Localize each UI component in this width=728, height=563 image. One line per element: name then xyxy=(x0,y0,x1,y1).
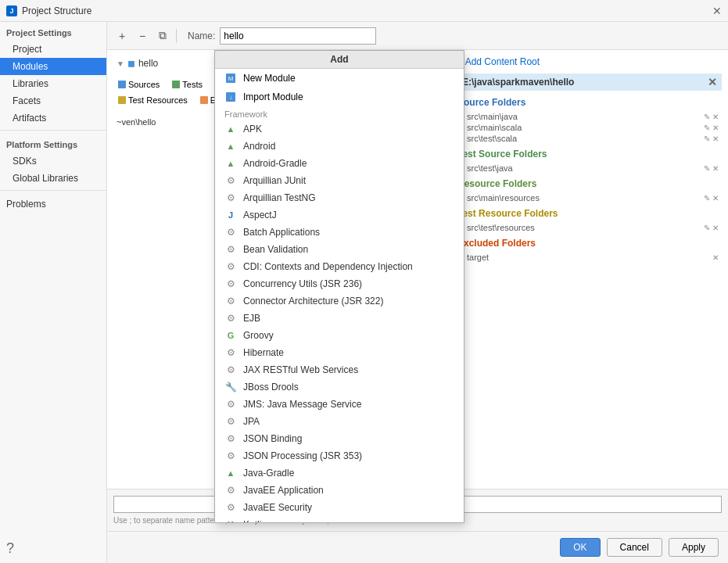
tab-sources[interactable]: Sources xyxy=(113,78,164,91)
dialog-buttons: OK Cancel Apply xyxy=(107,531,728,563)
aspectj-icon: J xyxy=(224,209,237,221)
dropdown-item-jms[interactable]: ⚙ JMS: Java Message Service xyxy=(215,396,464,413)
copy-button[interactable]: ⧉ xyxy=(154,27,171,45)
sidebar-item-global-libraries[interactable]: Global Libraries xyxy=(0,170,106,187)
name-input[interactable] xyxy=(220,27,376,45)
dropdown-item-kotlin[interactable]: K Kotlin xyxy=(215,516,464,522)
window-title: Project Structure xyxy=(22,5,91,16)
add-button[interactable]: + xyxy=(113,27,131,45)
remove-folder-btn[interactable]: ✕ xyxy=(712,113,719,121)
remove-folder-btn[interactable]: ✕ xyxy=(712,224,719,232)
dropdown-item-ejb[interactable]: ⚙ EJB xyxy=(215,310,464,327)
dropdown-item-jax[interactable]: ⚙ JAX RESTful Web Services xyxy=(215,361,464,378)
sidebar-item-sdks[interactable]: SDKs xyxy=(0,152,106,170)
apply-button[interactable]: Apply xyxy=(669,538,719,557)
dropdown-item-android[interactable]: ▲ Android xyxy=(215,138,464,155)
sidebar-item-problems[interactable]: Problems xyxy=(0,194,106,214)
dropdown-item-json-binding[interactable]: ⚙ JSON Binding xyxy=(215,430,464,447)
remove-folder-btn[interactable]: ✕ xyxy=(712,194,719,203)
dropdown-item-bean-validation[interactable]: ⚙ Bean Validation xyxy=(215,241,464,258)
content-root-path: E:\java\sparkmaven\hello ✕ xyxy=(457,74,722,91)
content-area: + − ⧉ Name: ▼ ◼ hello xyxy=(107,22,728,563)
dropdown-item-javaee-app[interactable]: ⚙ JavaEE Application xyxy=(215,482,464,499)
android-gradle-icon: ▲ xyxy=(224,157,237,170)
dropdown-item-aspectj[interactable]: J AspectJ xyxy=(215,206,464,224)
sources-icon xyxy=(118,81,126,88)
dropdown-item-hibernate[interactable]: ⚙ Hibernate xyxy=(215,344,464,361)
test-resource-folders-title: Test Resource Folders xyxy=(457,208,722,219)
add-dropdown: Add M New Module ↓ Import Module Framewo… xyxy=(214,50,464,523)
dropdown-item-groovy[interactable]: G Groovy xyxy=(215,327,464,344)
module-path: ~ven\hello xyxy=(117,117,156,127)
dropdown-item-apk[interactable]: ▲ APK xyxy=(215,120,464,138)
arquillian-junit-icon: ⚙ xyxy=(224,174,237,187)
tab-tests[interactable]: Tests xyxy=(167,78,207,91)
remove-folder-btn[interactable]: ✕ xyxy=(712,124,719,132)
dropdown-item-android-gradle[interactable]: ▲ Android-Gradle xyxy=(215,155,464,172)
ok-button[interactable]: OK xyxy=(560,538,600,557)
help-icon[interactable]: ? xyxy=(0,534,106,563)
sidebar-divider xyxy=(0,130,106,131)
project-settings-label: Project Settings xyxy=(0,22,106,41)
connector-icon: ⚙ xyxy=(224,295,237,307)
dropdown-item-jboss[interactable]: 🔧 JBoss Drools xyxy=(215,378,464,396)
resource-folders-title: Resource Folders xyxy=(457,178,722,189)
module-icon: ◼ xyxy=(127,58,135,69)
jms-icon: ⚙ xyxy=(224,398,237,411)
folder-actions: ✎ ✕ xyxy=(704,194,719,203)
remove-root-button[interactable]: ✕ xyxy=(708,76,717,88)
edit-folder-btn[interactable]: ✎ xyxy=(704,164,710,173)
edit-folder-btn[interactable]: ✎ xyxy=(704,224,710,232)
sidebar-divider-2 xyxy=(0,190,106,191)
tests-icon xyxy=(172,81,180,88)
tab-test-resources[interactable]: Test Resources xyxy=(113,94,192,106)
jpa-icon: ⚙ xyxy=(224,415,237,428)
remove-button[interactable]: − xyxy=(134,27,151,45)
jboss-icon: 🔧 xyxy=(224,381,237,393)
detail-panel: + Add Content Root E:\java\sparkmaven\he… xyxy=(451,50,728,489)
tree-arrow: ▼ xyxy=(117,59,124,68)
remove-folder-btn[interactable]: ✕ xyxy=(712,164,719,173)
dropdown-item-jpa[interactable]: ⚙ JPA xyxy=(215,413,464,430)
dropdown-item-concurrency[interactable]: ⚙ Concurrency Utils (JSR 236) xyxy=(215,275,464,292)
arquillian-testng-icon: ⚙ xyxy=(224,192,237,204)
cancel-button[interactable]: Cancel xyxy=(607,538,662,557)
title-bar: J Project Structure ✕ xyxy=(0,0,728,22)
sidebar-item-project[interactable]: Project xyxy=(0,41,106,58)
dropdown-item-new-module[interactable]: M New Module xyxy=(215,69,464,88)
title-bar-left: J Project Structure xyxy=(6,5,91,16)
folder-item: src\main\java ✎ ✕ xyxy=(457,111,722,122)
sidebar-item-libraries[interactable]: Libraries xyxy=(0,75,106,92)
dropdown-item-arquillian-junit[interactable]: ⚙ Arquillian JUnit xyxy=(215,172,464,189)
dropdown-item-arquillian-testng[interactable]: ⚙ Arquillian TestNG xyxy=(215,189,464,206)
dropdown-item-connector[interactable]: ⚙ Connector Architecture (JSR 322) xyxy=(215,292,464,310)
sidebar-item-artifacts[interactable]: Artifacts xyxy=(0,109,106,127)
sidebar-item-modules[interactable]: Modules xyxy=(0,58,106,75)
dropdown-item-import-module[interactable]: ↓ Import Module xyxy=(215,88,464,106)
batch-icon: ⚙ xyxy=(224,226,237,238)
close-button[interactable]: ✕ xyxy=(712,5,722,17)
svg-text:M: M xyxy=(228,75,234,82)
dropdown-item-java-gradle[interactable]: ▲ Java-Gradle xyxy=(215,464,464,482)
remove-folder-btn[interactable]: ✕ xyxy=(712,253,719,262)
jax-icon: ⚙ xyxy=(224,364,237,376)
test-source-folders-title: Test Source Folders xyxy=(457,149,722,160)
sidebar-item-facets[interactable]: Facets xyxy=(0,92,106,109)
edit-folder-btn[interactable]: ✎ xyxy=(704,134,710,143)
import-icon: ↓ xyxy=(224,91,237,103)
test-resources-icon xyxy=(118,96,126,104)
dropdown-item-json-processing[interactable]: ⚙ JSON Processing (JSR 353) xyxy=(215,447,464,464)
edit-folder-btn[interactable]: ✎ xyxy=(704,194,710,203)
dropdown-item-javaee-security[interactable]: ⚙ JavaEE Security xyxy=(215,499,464,516)
edit-folder-btn[interactable]: ✎ xyxy=(704,113,710,121)
groovy-icon: G xyxy=(224,329,237,342)
dropdown-item-cdi[interactable]: ⚙ CDI: Contexts and Dependency Injection xyxy=(215,258,464,275)
remove-folder-btn[interactable]: ✕ xyxy=(712,134,719,143)
edit-folder-btn[interactable]: ✎ xyxy=(704,124,710,132)
bean-icon: ⚙ xyxy=(224,243,237,256)
folder-actions: ✎ ✕ xyxy=(704,164,719,173)
dropdown-header: Add xyxy=(215,51,464,69)
add-content-root-button[interactable]: + Add Content Root xyxy=(457,56,722,67)
dropdown-item-batch[interactable]: ⚙ Batch Applications xyxy=(215,224,464,241)
dropdown-scroll: M New Module ↓ Import Module Framework ▲… xyxy=(215,69,464,522)
